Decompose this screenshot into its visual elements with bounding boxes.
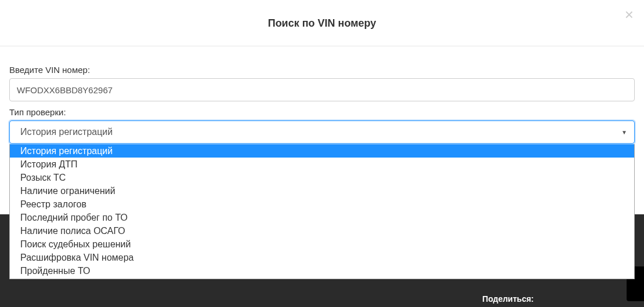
vin-input[interactable]: [9, 78, 635, 101]
check-type-option[interactable]: История ДТП: [10, 158, 634, 171]
check-type-dropdown[interactable]: История регистрацийИстория ДТПРозыск ТСН…: [9, 144, 635, 279]
check-type-option[interactable]: Поиск судебных решений: [10, 237, 634, 251]
check-type-option[interactable]: Розыск ТС: [10, 171, 634, 184]
check-type-option[interactable]: Реестр залогов: [10, 198, 634, 211]
check-type-option[interactable]: Наличие ограничений: [10, 184, 634, 198]
chevron-down-icon: ▼: [621, 129, 627, 136]
modal-body: Введите VIN номер: Тип проверки: История…: [0, 46, 644, 144]
check-type-option[interactable]: История регистраций: [10, 144, 634, 158]
share-label: Поделиться:: [482, 294, 534, 304]
check-type-select[interactable]: История регистраций ▼: [9, 120, 635, 144]
check-type-label: Тип проверки:: [9, 107, 635, 117]
vin-input-label: Введите VIN номер:: [9, 65, 635, 75]
check-type-option[interactable]: Наличие полиса ОСАГО: [10, 224, 634, 237]
close-icon[interactable]: ×: [625, 7, 634, 22]
modal-title: Поиск по VIN номеру: [0, 17, 644, 30]
check-type-option[interactable]: Расшифровка VIN номера: [10, 251, 634, 264]
check-type-selected-value: История регистраций: [20, 127, 113, 137]
modal-header: Поиск по VIN номеру ×: [0, 0, 644, 46]
check-type-option[interactable]: Последний пробег по ТО: [10, 211, 634, 224]
check-type-option[interactable]: Пройденные ТО: [10, 264, 634, 277]
